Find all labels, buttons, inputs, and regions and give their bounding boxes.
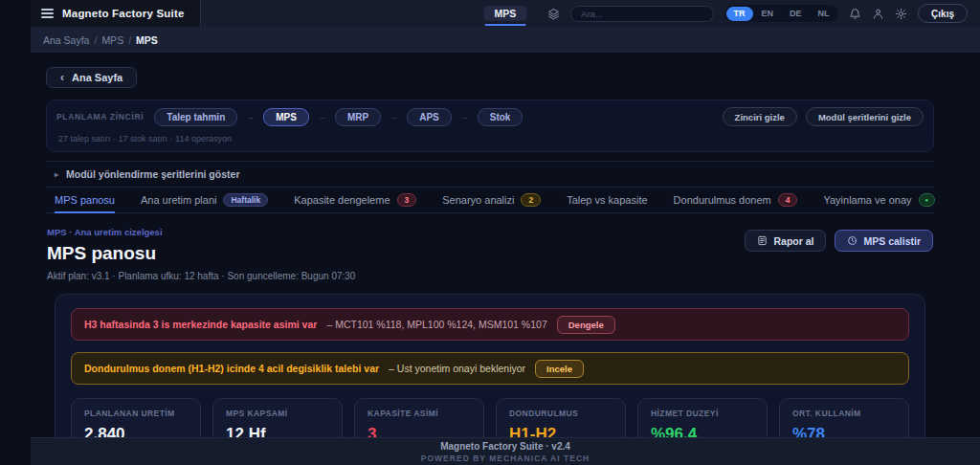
tab-ana-uretim-plani[interactable]: Ana uretim planiHaftalik bbox=[141, 188, 268, 212]
breadcrumb-separator: / bbox=[128, 34, 131, 46]
lang-nl[interactable]: NL bbox=[811, 7, 837, 21]
tab-label: Yayinlama ve onay bbox=[823, 194, 911, 206]
alert-detail: – MCT101 %118, MPL100 %124, MSM101 %107 bbox=[326, 319, 546, 330]
breadcrumb-item-mps: MPS bbox=[136, 34, 158, 46]
chain-module-mps[interactable]: MPS bbox=[263, 108, 309, 126]
hide-ribbons-button[interactable]: Modül şeritlerini gizle bbox=[806, 107, 924, 126]
alert-message: Dondurulmus donem (H1-H2) icinde 4 acil … bbox=[84, 363, 379, 374]
tab-mps-panosu[interactable]: MPS panosu bbox=[55, 188, 115, 212]
breadcrumb-separator: / bbox=[94, 34, 97, 46]
breadcrumb-item-mps[interactable]: MPS bbox=[101, 34, 123, 46]
tab-label: MPS panosu bbox=[55, 194, 115, 206]
tab-label: Dondurulmus donem bbox=[674, 194, 771, 206]
user-icon[interactable] bbox=[872, 8, 884, 20]
chain-module-stok[interactable]: Stok bbox=[478, 108, 523, 126]
tab-dondurulmus-donem[interactable]: Dondurulmus donem4 bbox=[674, 188, 798, 212]
module-ribbons-toggle[interactable]: ▸ Modül yönlendirme şeritlerini göster bbox=[46, 161, 934, 188]
run-mps-button[interactable]: MPS calistir bbox=[835, 230, 933, 252]
lang-tr[interactable]: TR bbox=[726, 7, 753, 21]
top-bar-actions: TRENDENL Çıkış bbox=[547, 4, 980, 23]
footer-app-version: Magneto Factory Suite · v2.4 bbox=[440, 441, 570, 452]
brand-section: Magneto Factory Suite bbox=[31, 0, 201, 27]
language-switcher: TRENDENL bbox=[724, 5, 838, 22]
page-header: MPS · Ana uretim cizelgesi MPS panosu Ak… bbox=[46, 227, 934, 281]
tab-label: Kapasite dengeleme bbox=[294, 194, 390, 206]
layers-icon[interactable] bbox=[547, 8, 560, 20]
triangle-right-icon: ▸ bbox=[55, 170, 58, 179]
footer: Magneto Factory Suite · v2.4 POWERED BY … bbox=[31, 437, 980, 465]
page-eyebrow: MPS · Ana uretim cizelgesi bbox=[47, 227, 355, 237]
tab-yayinlama-ve-onay[interactable]: Yayinlama ve onay● bbox=[823, 188, 935, 212]
planning-chain-row: PLANLAMA ZİNCİRİ Talep tahmin→MPS→MRP→AP… bbox=[56, 107, 924, 126]
footer-powered-by: POWERED BY MECHANICA AI TECH bbox=[421, 454, 590, 463]
main-content: ‹ Ana Sayfa PLANLAMA ZİNCİRİ Talep tahmi… bbox=[0, 53, 980, 465]
alert-message: H3 haftasinda 3 is merkezinde kapasite a… bbox=[84, 319, 317, 330]
arrow-right-icon: → bbox=[390, 112, 398, 122]
tab-badge: Haftalik bbox=[223, 193, 268, 208]
stat-label: PLANLANAN URETİM bbox=[84, 409, 188, 418]
arrow-right-icon: → bbox=[460, 112, 469, 122]
tab-label: Senaryo analizi bbox=[442, 194, 514, 206]
stat-label: KAPASİTE ASİMİ bbox=[368, 409, 471, 418]
theme-sun-icon[interactable] bbox=[895, 8, 907, 20]
alert-warning: Dondurulmus donem (H1-H2) icinde 4 acil … bbox=[71, 352, 909, 385]
tab-label: Ana uretim plani bbox=[141, 194, 217, 206]
tab-bar: MPS panosuAna uretim planiHaftalikKapasi… bbox=[46, 188, 934, 213]
menu-icon[interactable] bbox=[41, 9, 54, 18]
alert-danger: H3 haftasinda 3 is merkezinde kapasite a… bbox=[71, 308, 909, 341]
stat-label: MPS KAPSAMİ bbox=[226, 409, 329, 418]
report-icon bbox=[757, 235, 768, 246]
page-header-actions: Rapor al MPS calistir bbox=[745, 230, 933, 252]
lang-en[interactable]: EN bbox=[754, 7, 782, 21]
tab-badge: 4 bbox=[778, 193, 798, 208]
logout-button[interactable]: Çıkış bbox=[918, 4, 968, 23]
tab-senaryo-analizi[interactable]: Senaryo analizi2 bbox=[442, 188, 541, 212]
tab-badge: 2 bbox=[521, 193, 541, 208]
bell-icon[interactable] bbox=[849, 8, 861, 20]
clock-icon bbox=[847, 235, 858, 246]
alerts: H3 haftasinda 3 is merkezinde kapasite a… bbox=[71, 308, 909, 385]
stat-label: ORT. KULLANİM bbox=[792, 409, 896, 418]
top-nav-item-mps[interactable]: MPS bbox=[484, 6, 527, 21]
tab-badge: 3 bbox=[397, 193, 417, 208]
chain-module-aps[interactable]: APS bbox=[407, 108, 452, 126]
tab-label: Talep vs kapasite bbox=[567, 194, 647, 206]
top-bar: Magneto Factory Suite MPS TRENDENL Çıkış bbox=[31, 0, 980, 27]
alert-action-incele[interactable]: Incele bbox=[535, 360, 584, 378]
chain-module-talep-tahmin[interactable]: Talep tahmin bbox=[154, 108, 237, 126]
stat-label: DONDURULMUS bbox=[509, 409, 612, 418]
breadcrumb: Ana Sayfa/MPS/MPS bbox=[31, 27, 980, 53]
arrow-right-icon: → bbox=[246, 112, 255, 122]
brand-title: Magneto Factory Suite bbox=[62, 8, 185, 19]
tab-badge: ● bbox=[919, 193, 936, 207]
run-mps-button-label: MPS calistir bbox=[863, 235, 921, 247]
stat-label: HİZMET DUZEYİ bbox=[651, 409, 754, 418]
top-nav: MPS bbox=[484, 0, 527, 27]
tab-kapasite-dengeleme[interactable]: Kapasite dengeleme3 bbox=[294, 188, 416, 212]
back-button[interactable]: ‹ Ana Sayfa bbox=[46, 67, 137, 88]
page-subtitle: Aktif plan: v3.1 · Planlama ufku: 12 haf… bbox=[47, 271, 355, 281]
arrow-right-icon: → bbox=[318, 112, 326, 122]
planning-chain-panel: PLANLAMA ZİNCİRİ Talep tahmin→MPS→MRP→AP… bbox=[46, 100, 934, 152]
page-title: MPS panosu bbox=[47, 243, 355, 264]
report-button[interactable]: Rapor al bbox=[745, 230, 826, 252]
planning-chain-chips: Talep tahmin→MPS→MRP→APS→Stok bbox=[154, 108, 523, 126]
tab-talep-vs-kapasite[interactable]: Talep vs kapasite bbox=[567, 188, 647, 212]
lang-de[interactable]: DE bbox=[782, 7, 810, 21]
module-ribbons-toggle-label: Modül yönlendirme şeritlerini göster bbox=[66, 168, 239, 180]
chevron-left-icon: ‹ bbox=[60, 72, 64, 83]
alert-detail: – Ust yonetim onayi bekleniyor bbox=[389, 363, 525, 374]
breadcrumb-item-ana-sayfa[interactable]: Ana Sayfa bbox=[43, 34, 89, 46]
search-input[interactable] bbox=[570, 6, 714, 22]
back-button-label: Ana Sayfa bbox=[72, 72, 122, 83]
report-button-label: Rapor al bbox=[773, 235, 813, 247]
chain-stats-text: 27 talep satırı · 17 stok satırı · 114 o… bbox=[56, 134, 924, 144]
alert-action-dengele[interactable]: Dengele bbox=[557, 316, 615, 334]
chain-module-mrp[interactable]: MRP bbox=[335, 108, 381, 126]
planning-chain-label: PLANLAMA ZİNCİRİ bbox=[56, 112, 144, 122]
page-header-text: MPS · Ana uretim cizelgesi MPS panosu Ak… bbox=[47, 227, 355, 281]
hide-chain-button[interactable]: Zinciri gizle bbox=[723, 107, 797, 126]
